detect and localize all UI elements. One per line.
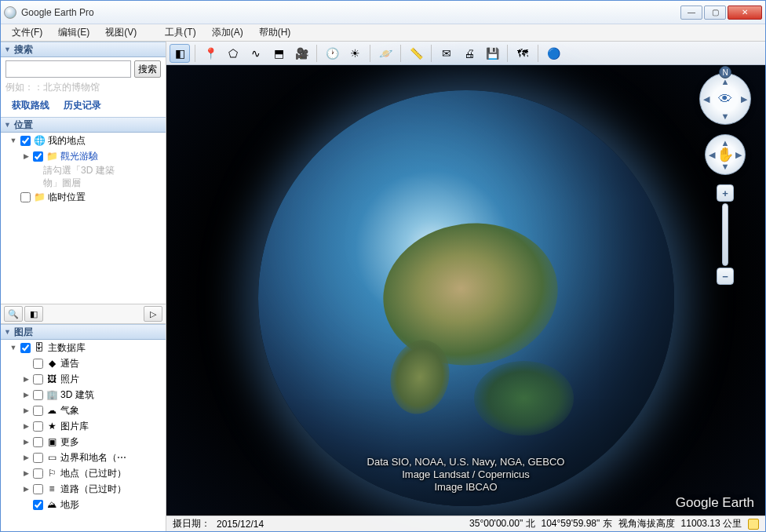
layer-item[interactable]: ▶▣更多 <box>1 434 166 450</box>
split-button[interactable]: ◧ <box>24 306 43 322</box>
save-image-button[interactable]: 💾 <box>482 44 502 63</box>
ruler-button[interactable]: 📏 <box>406 44 426 63</box>
earth-viewport[interactable]: N 👁 ▲ ▼ ◀ ▶ ✋ ▲ ▼ ◀ ▶ + <box>166 65 765 531</box>
tree-temp-places[interactable]: 📁临时位置 <box>1 189 166 205</box>
status-lat: 35°00'00.00" 北 <box>469 517 534 530</box>
layer-item[interactable]: ▶☁气象 <box>1 403 166 418</box>
places-icon: ⚐ <box>46 468 58 479</box>
layers-panel-title: 图层 <box>14 326 33 339</box>
look-control[interactable]: N 👁 ▲ ▼ ◀ ▶ <box>699 73 751 125</box>
checkbox-my-places[interactable] <box>20 136 31 146</box>
zoom-in-button[interactable]: + <box>717 184 734 202</box>
layers-panel-header[interactable]: ▼图层 <box>1 324 166 340</box>
guide-icon[interactable] <box>748 519 759 530</box>
tree-tour[interactable]: ▶📁觀光游驗 <box>1 148 166 164</box>
photo-icon: 🖼 <box>46 373 58 384</box>
status-alt: 11003.13 公里 <box>681 517 742 530</box>
sidebar: ▼搜索 搜索 例如：：北京的博物馆 获取路线 历史记录 ▼位置 ▼🌐我的地点 ▶… <box>1 42 166 531</box>
pan-control[interactable]: ✋ ▲ ▼ ◀ ▶ <box>705 134 746 175</box>
pan-down[interactable]: ▼ <box>721 162 730 171</box>
building-icon: 🏢 <box>46 389 58 400</box>
eye-icon: 👁 <box>718 91 732 107</box>
search-button[interactable]: 搜索 <box>134 60 161 78</box>
pan-up[interactable]: ▲ <box>721 138 730 148</box>
announce-icon: ◆ <box>46 358 58 369</box>
search-hint: 例如：：北京的博物馆 <box>5 81 161 94</box>
status-date: 2015/12/14 <box>217 519 264 530</box>
play-tour-button[interactable]: ▷ <box>144 306 162 322</box>
placemark-button[interactable]: 📍 <box>200 44 221 63</box>
checkbox-temp[interactable] <box>20 192 31 202</box>
search-input[interactable] <box>5 60 131 78</box>
earth-icon: 🌐 <box>33 135 46 146</box>
menu-file[interactable]: 文件(F) <box>4 24 50 41</box>
polygon-button[interactable]: ⬠ <box>223 44 243 63</box>
menu-add[interactable]: 添加(A) <box>204 24 251 41</box>
status-date-label: 摄日期： <box>173 517 210 530</box>
tour-hint-1: 請勾選「3D 建築 <box>1 164 166 177</box>
look-down[interactable]: ▼ <box>721 111 730 121</box>
look-right[interactable]: ▶ <box>741 94 747 104</box>
maps-button[interactable]: 🗺 <box>512 44 533 63</box>
status-lon: 104°59'59.98" 东 <box>542 517 612 530</box>
folder-icon: 📁 <box>33 191 46 202</box>
layer-item[interactable]: ▶🏢3D 建筑 <box>1 387 166 403</box>
status-alt-label: 视角海拔高度 <box>618 517 675 530</box>
places-panel-title: 位置 <box>14 118 33 132</box>
find-button[interactable]: 🔍 <box>4 306 23 322</box>
sidebar-toggle-button[interactable]: ◧ <box>170 44 190 63</box>
roads-icon: ≡ <box>46 483 58 494</box>
checkbox-tour[interactable] <box>33 151 43 162</box>
minimize-button[interactable]: — <box>680 5 702 20</box>
planet-button[interactable]: 🪐 <box>375 44 396 63</box>
sphere-button[interactable]: 🔵 <box>543 44 564 63</box>
menu-help[interactable]: 帮助(H) <box>251 24 299 41</box>
checkbox-primary-db[interactable] <box>20 343 31 353</box>
window-title: Google Earth Pro <box>21 7 680 18</box>
maximize-button[interactable]: ▢ <box>704 5 726 20</box>
zoom-slider[interactable] <box>722 203 728 266</box>
print-button[interactable]: 🖨 <box>459 44 480 63</box>
menu-edit[interactable]: 编辑(E) <box>50 24 97 41</box>
menu-tools[interactable]: 工具(T) <box>157 24 203 41</box>
hand-icon: ✋ <box>717 146 734 163</box>
layer-item[interactable]: ▶▭边界和地名（⋯ <box>1 450 166 465</box>
weather-icon: ☁ <box>46 405 58 416</box>
look-up[interactable]: ▲ <box>721 77 730 86</box>
gallery-icon: ★ <box>46 421 58 432</box>
places-toolbar: 🔍 ◧ ▷ <box>1 304 166 324</box>
tree-my-places[interactable]: ▼🌐我的地点 <box>1 133 166 148</box>
history-button[interactable]: 🕐 <box>322 44 342 63</box>
terrain-icon: ⛰ <box>46 499 58 510</box>
zoom-out-button[interactable]: − <box>717 268 734 285</box>
layer-item[interactable]: ▶≡道路（已过时） <box>1 481 166 497</box>
path-button[interactable]: ∿ <box>246 44 266 63</box>
more-icon: ▣ <box>46 436 58 447</box>
search-panel-header[interactable]: ▼搜索 <box>1 42 166 57</box>
attribution: Data SIO, NOAA, U.S. Navy, NGA, GEBCO Im… <box>367 456 565 494</box>
history-link[interactable]: 历史记录 <box>64 99 101 112</box>
close-button[interactable]: ✕ <box>728 5 762 20</box>
tour-button[interactable]: 🎥 <box>291 44 312 63</box>
app-icon <box>4 6 16 19</box>
folder-icon: 📁 <box>46 151 58 162</box>
pan-right[interactable]: ▶ <box>735 150 742 160</box>
sunlight-button[interactable]: ☀ <box>345 44 365 63</box>
tree-primary-db[interactable]: ▼🗄主数据库 <box>1 340 166 355</box>
earth-globe[interactable] <box>258 90 674 506</box>
layer-item[interactable]: ▶★图片库 <box>1 418 166 434</box>
layer-item[interactable]: ◆通告 <box>1 355 166 371</box>
overlay-button[interactable]: ⬒ <box>268 44 289 63</box>
layer-item[interactable]: ⛰地形 <box>1 497 166 512</box>
menu-view[interactable]: 视图(V) <box>97 24 144 41</box>
email-button[interactable]: ✉ <box>436 44 457 63</box>
get-directions-link[interactable]: 获取路线 <box>12 99 49 112</box>
titlebar: Google Earth Pro — ▢ ✕ <box>1 1 765 24</box>
layer-item[interactable]: ▶⚐地点（已过时） <box>1 465 166 481</box>
layer-item[interactable]: ▶🖼照片 <box>1 371 166 387</box>
database-icon: 🗄 <box>33 342 46 353</box>
menubar: 文件(F) 编辑(E) 视图(V) 工具(T) 添加(A) 帮助(H) <box>1 24 765 42</box>
places-panel-header[interactable]: ▼位置 <box>1 117 166 133</box>
pan-left[interactable]: ◀ <box>709 150 715 160</box>
look-left[interactable]: ◀ <box>703 94 709 104</box>
